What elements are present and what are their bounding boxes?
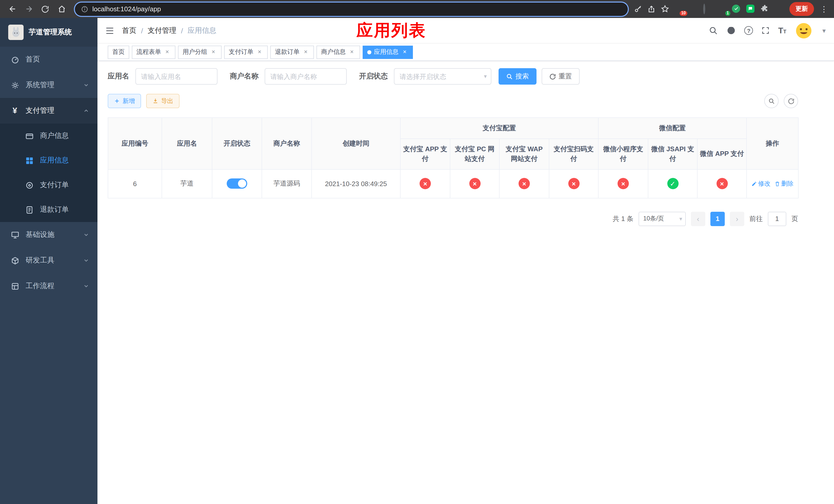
sidebar-toggle-icon[interactable] — [97, 18, 122, 43]
tag-label: 退款订单 — [275, 48, 300, 56]
chrome-update-button[interactable]: 更新 — [789, 2, 814, 16]
table-row: 6 芋道 芋道源码 2021-10-23 08:49:25 × × × × × — [108, 169, 798, 198]
goto-page-input[interactable] — [768, 211, 786, 226]
tag-item-2[interactable]: 用户分组× — [178, 45, 222, 59]
search-button[interactable]: 搜索 — [499, 68, 536, 85]
tag-item-5[interactable]: 商户信息× — [316, 45, 360, 59]
toggle-search-button[interactable] — [764, 94, 778, 108]
extension-grid-icon[interactable]: 10 — [675, 4, 684, 14]
document-icon — [25, 205, 34, 214]
extensions-puzzle-icon[interactable] — [761, 4, 770, 14]
tag-close-icon[interactable]: × — [210, 48, 217, 55]
breadcrumb-separator: / — [141, 26, 143, 35]
bookmark-star-icon[interactable] — [661, 5, 670, 13]
sidebar-item-label: 应用信息 — [40, 156, 89, 165]
sidebar-item-label: 支付订单 — [40, 181, 89, 190]
navbar-actions: ? TT ▼ — [709, 21, 827, 40]
tags-bar: 首页流程表单×用户分组×支付订单×退款订单×商户信息×应用信息× — [97, 44, 834, 61]
status-select[interactable]: ▾ — [394, 68, 491, 85]
page-size-select[interactable]: 10条/页 ▾ — [639, 211, 686, 226]
share-icon[interactable] — [647, 5, 656, 13]
tag-close-icon[interactable]: × — [348, 48, 355, 55]
fullscreen-icon[interactable] — [761, 26, 770, 35]
github-icon[interactable] — [726, 26, 736, 36]
monitor-icon — [10, 230, 20, 239]
credit-card-icon — [25, 131, 34, 140]
sidebar-item-pay-order[interactable]: 支付订单 — [0, 173, 97, 198]
tag-close-icon[interactable]: × — [401, 48, 408, 55]
caret-down-icon[interactable]: ▼ — [821, 27, 827, 33]
tag-item-6[interactable]: 应用信息× — [363, 45, 413, 59]
address-bar[interactable]: localhost:1024/pay/app — [75, 2, 628, 16]
back-icon[interactable] — [5, 2, 20, 16]
sidebar-item-refund-order[interactable]: 退款订单 — [0, 198, 97, 222]
reload-icon[interactable] — [38, 2, 52, 16]
help-icon[interactable]: ? — [744, 26, 753, 35]
tag-close-icon[interactable]: × — [302, 48, 309, 55]
url-text[interactable]: localhost:1024/pay/app — [92, 5, 161, 13]
prev-page-button[interactable]: ‹ — [691, 211, 705, 226]
browser-toolbar-right: 10 1 — [634, 2, 829, 16]
breadcrumb: 首页 / 支付管理 / 应用信息 — [122, 26, 216, 35]
yen-icon: ¥ — [10, 106, 20, 115]
breadcrumb-payment[interactable]: 支付管理 — [148, 26, 176, 35]
browser-window: localhost:1024/pay/app 10 — [0, 0, 834, 504]
next-page-button[interactable]: › — [730, 211, 744, 226]
sidebar-item-infra[interactable]: 基础设施 — [0, 222, 97, 248]
sidebar-item-app-info[interactable]: 应用信息 — [0, 148, 97, 173]
delete-link[interactable]: 删除 — [774, 179, 793, 188]
status-select-input[interactable] — [394, 68, 491, 85]
site-info-icon[interactable] — [81, 5, 88, 13]
app-table: 应用编号 应用名 开启状态 商户名称 创建时间 支付宝配置 微信配置 操作 支付… — [108, 117, 798, 198]
goto-label-suffix: 页 — [791, 214, 798, 223]
sidebar-item-label: 基础设施 — [26, 230, 77, 239]
user-avatar[interactable] — [794, 21, 813, 40]
search-icon[interactable] — [709, 26, 718, 35]
tag-item-1[interactable]: 流程表单× — [132, 45, 175, 59]
sidebar-item-payment[interactable]: ¥ 支付管理 — [0, 98, 97, 123]
current-page-button[interactable]: 1 — [710, 211, 725, 226]
browser-menu-icon[interactable]: ⋮ — [819, 4, 829, 14]
profile-avatar-icon[interactable] — [775, 4, 784, 14]
extension-chat-icon[interactable] — [746, 4, 755, 14]
sidebar-item-label: 首页 — [26, 55, 89, 64]
export-button[interactable]: 导出 — [146, 94, 179, 108]
col-alipay-qr: 支付宝扫码支付 — [549, 138, 598, 169]
sidebar-item-dev-tools[interactable]: 研发工具 — [0, 248, 97, 273]
extension-avatar-icon[interactable]: 1 — [718, 4, 727, 14]
grid-icon — [25, 156, 34, 165]
extension-blue-icon[interactable] — [689, 4, 698, 14]
sidebar-item-system[interactable]: 系统管理 — [0, 72, 97, 98]
forward-icon[interactable] — [22, 2, 36, 16]
app-name-input[interactable] — [135, 68, 218, 85]
workflow-box-icon — [10, 281, 20, 291]
password-key-icon[interactable] — [634, 5, 642, 13]
sidebar-item-workflow[interactable]: 工作流程 — [0, 273, 97, 299]
tag-item-4[interactable]: 退款订单× — [270, 45, 314, 59]
reset-button[interactable]: 重置 — [542, 68, 579, 85]
refresh-table-button[interactable] — [784, 94, 798, 108]
select-caret-icon: ▾ — [484, 73, 487, 80]
sidebar-item-home[interactable]: 首页 — [0, 47, 97, 72]
merchant-name-input[interactable] — [265, 68, 347, 85]
status-label: 开启状态 — [359, 72, 388, 81]
cube-icon — [10, 256, 20, 265]
disabled-x-icon: × — [568, 178, 579, 189]
breadcrumb-home[interactable]: 首页 — [122, 26, 136, 35]
add-button[interactable]: 新增 — [108, 94, 141, 108]
font-size-icon[interactable]: TT — [778, 26, 786, 35]
col-wx-app: 微信 APP 支付 — [697, 138, 747, 169]
sidebar-item-merchant-info[interactable]: 商户信息 — [0, 123, 97, 148]
status-toggle[interactable] — [227, 178, 247, 189]
tag-item-3[interactable]: 支付订单× — [224, 45, 268, 59]
tag-item-0[interactable]: 首页 — [108, 45, 129, 59]
channel-status-cell: × — [697, 169, 747, 198]
sidebar-logo[interactable]: 芋道管理系统 — [0, 18, 97, 47]
extension-green-circle-icon[interactable] — [732, 4, 741, 14]
home-icon[interactable] — [54, 2, 69, 16]
edit-link[interactable]: 修改 — [751, 179, 770, 188]
tag-close-icon[interactable]: × — [256, 48, 263, 55]
col-app-name: 应用名 — [162, 118, 212, 169]
extension-dark-icon[interactable] — [703, 4, 712, 14]
tag-close-icon[interactable]: × — [163, 48, 171, 55]
